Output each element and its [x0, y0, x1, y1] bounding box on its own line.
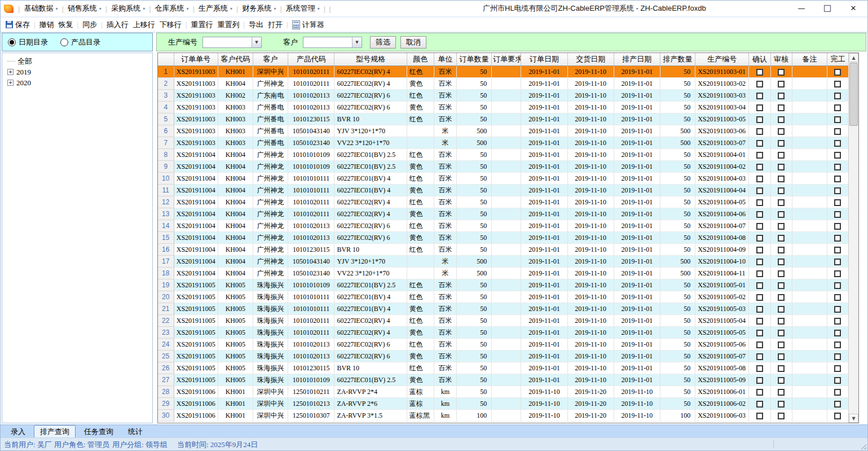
table-row[interactable]: 7XS201911003KH003广州番电10501023140VV22 3*1… [158, 137, 849, 149]
audit-checkbox-icon[interactable] [778, 330, 785, 336]
filter-button[interactable]: 筛选 [370, 36, 396, 49]
confirm-checkbox-icon[interactable] [756, 69, 763, 76]
confirm-checkbox-icon[interactable] [756, 282, 763, 289]
finish-checkbox-icon[interactable] [834, 152, 841, 159]
menu-item-system[interactable]: 系统管理▾ [284, 2, 322, 15]
confirm-checkbox-icon[interactable] [756, 176, 763, 182]
table-row[interactable]: 21XS201911005KH005珠海振兴1010101011160227IE… [158, 303, 849, 315]
audit-checkbox-icon[interactable] [778, 164, 785, 170]
finish-checkbox-icon[interactable] [834, 235, 841, 242]
table-row[interactable]: 19XS201911005KH005珠海振兴1010101010960227IE… [158, 279, 849, 291]
tab-entry[interactable]: 录入 [5, 425, 32, 439]
confirm-checkbox-icon[interactable] [756, 377, 763, 384]
finish-checkbox-icon[interactable] [834, 93, 841, 99]
confirm-checkbox-icon[interactable] [756, 401, 763, 408]
table-row[interactable]: 1XS201911003KH001深圳中兴1010102011160227IEC… [158, 66, 849, 78]
audit-checkbox-icon[interactable] [778, 81, 785, 87]
toolbar-button-move-down[interactable]: 下移行 [160, 20, 182, 30]
menu-item-purchase[interactable]: 采购系统▾ [109, 2, 147, 15]
column-header-delivery-date[interactable]: 交货日期 [567, 53, 614, 66]
table-row[interactable]: 24XS201911005KH005珠海振兴1010102011360227IE… [158, 339, 849, 351]
finish-checkbox-icon[interactable] [834, 270, 841, 277]
column-header-schedule-qty[interactable]: 排产数量 [660, 53, 695, 66]
confirm-checkbox-icon[interactable] [756, 128, 763, 135]
menu-item-warehouse[interactable]: 仓库系统▾ [153, 2, 191, 15]
column-header-order-date[interactable]: 订单日期 [521, 53, 567, 66]
toolbar-button-open[interactable]: 打开 [268, 20, 283, 30]
table-row[interactable]: 18XS201911004KH004广州神龙10501023140VV22 3*… [158, 268, 849, 279]
resize-grip[interactable] [860, 443, 866, 449]
finish-checkbox-icon[interactable] [834, 377, 841, 384]
column-header-finish[interactable]: 完工 [827, 53, 848, 66]
table-row[interactable]: 4XS201911003KH003广州番电1010102011360227IEC… [158, 102, 849, 113]
confirm-checkbox-icon[interactable] [756, 294, 763, 301]
audit-checkbox-icon[interactable] [778, 152, 785, 159]
column-header-schedule-date[interactable]: 排产日期 [614, 53, 660, 66]
table-row[interactable]: 5XS201911003KH003广州番电10101230115BVR 10红色… [158, 113, 849, 125]
table-row[interactable]: 28XS201911006KH001深圳中兴12501010211ZA-RVVP… [158, 386, 849, 398]
column-header-confirm[interactable]: 确认 [749, 53, 770, 66]
toolbar-button-undo[interactable]: 撤销 [39, 20, 54, 30]
toolbar-button-redo[interactable]: 恢复 [59, 20, 73, 30]
confirm-checkbox-icon[interactable] [756, 140, 763, 147]
toolbar-button-reset-col[interactable]: 重置列 [217, 20, 239, 30]
finish-checkbox-icon[interactable] [834, 294, 841, 301]
tab-task-query[interactable]: 任务查询 [78, 425, 120, 439]
table-row[interactable]: 22XS201911005KH005珠海振兴1010102011160227IE… [158, 315, 849, 327]
toolbar-button-sync[interactable]: 同步 [82, 20, 97, 30]
finish-checkbox-icon[interactable] [834, 187, 841, 194]
tab-schedule-query[interactable]: 排产查询 [34, 425, 76, 439]
audit-checkbox-icon[interactable] [778, 235, 785, 242]
customer-dropdown-icon[interactable] [352, 37, 362, 47]
confirm-checkbox-icon[interactable] [756, 353, 763, 360]
audit-checkbox-icon[interactable] [778, 128, 785, 135]
product-catalog-radio[interactable] [60, 38, 68, 46]
tree-item-2020[interactable]: 2020 [2, 77, 152, 88]
confirm-checkbox-icon[interactable] [756, 199, 763, 206]
audit-checkbox-icon[interactable] [778, 116, 785, 123]
toolbar-button-save[interactable]: 保存 [6, 20, 30, 30]
toolbar-button-move-up[interactable]: 上移行 [133, 20, 155, 30]
finish-checkbox-icon[interactable] [834, 223, 841, 230]
audit-checkbox-icon[interactable] [778, 187, 785, 194]
maximize-button[interactable] [814, 1, 840, 16]
confirm-checkbox-icon[interactable] [756, 81, 763, 87]
toolbar-button-calculator[interactable]: 计算器 [292, 20, 324, 30]
confirm-checkbox-icon[interactable] [756, 413, 763, 419]
audit-checkbox-icon[interactable] [778, 318, 785, 325]
finish-checkbox-icon[interactable] [834, 69, 841, 76]
table-row[interactable]: 14XS201911004KH004广州神龙1010102011360227IE… [158, 220, 849, 232]
vertical-scrollbar[interactable] [848, 53, 858, 423]
column-header-remark[interactable]: 备注 [792, 53, 827, 66]
toolbar-button-insert-row[interactable]: 插入行 [107, 20, 129, 30]
table-row[interactable]: 30XS201911006KH001深圳中兴12501010307ZA-RVVP… [158, 410, 849, 422]
expand-plus-icon[interactable] [7, 80, 14, 86]
audit-checkbox-icon[interactable] [778, 104, 785, 111]
finish-checkbox-icon[interactable] [834, 140, 841, 147]
confirm-checkbox-icon[interactable] [756, 247, 763, 253]
audit-checkbox-icon[interactable] [778, 247, 785, 253]
confirm-checkbox-icon[interactable] [756, 104, 763, 111]
close-button[interactable] [840, 1, 866, 16]
finish-checkbox-icon[interactable] [834, 104, 841, 111]
confirm-checkbox-icon[interactable] [756, 116, 763, 123]
confirm-checkbox-icon[interactable] [756, 211, 763, 218]
scroll-up-icon[interactable] [849, 53, 858, 62]
audit-checkbox-icon[interactable] [778, 223, 785, 230]
table-row[interactable]: 17XS201911004KH004广州神龙10501043140YJV 3*1… [158, 256, 849, 268]
finish-checkbox-icon[interactable] [834, 306, 841, 313]
finish-checkbox-icon[interactable] [834, 116, 841, 123]
column-header-product-code[interactable]: 产品代码 [288, 53, 334, 66]
table-row[interactable]: 15XS201911004KH004广州神龙1010102011360227IE… [158, 232, 849, 244]
finish-checkbox-icon[interactable] [834, 211, 841, 218]
finish-checkbox-icon[interactable] [834, 164, 841, 170]
audit-checkbox-icon[interactable] [778, 353, 785, 360]
audit-checkbox-icon[interactable] [778, 259, 785, 265]
scroll-down-icon[interactable] [849, 414, 858, 423]
column-header-rownum[interactable] [158, 53, 174, 66]
finish-checkbox-icon[interactable] [834, 259, 841, 265]
finish-checkbox-icon[interactable] [834, 389, 841, 396]
table-row[interactable]: 6XS201911003KH003广州番电10501043140YJV 3*12… [158, 125, 849, 137]
column-header-unit[interactable]: 单位 [434, 53, 456, 66]
audit-checkbox-icon[interactable] [778, 341, 785, 348]
